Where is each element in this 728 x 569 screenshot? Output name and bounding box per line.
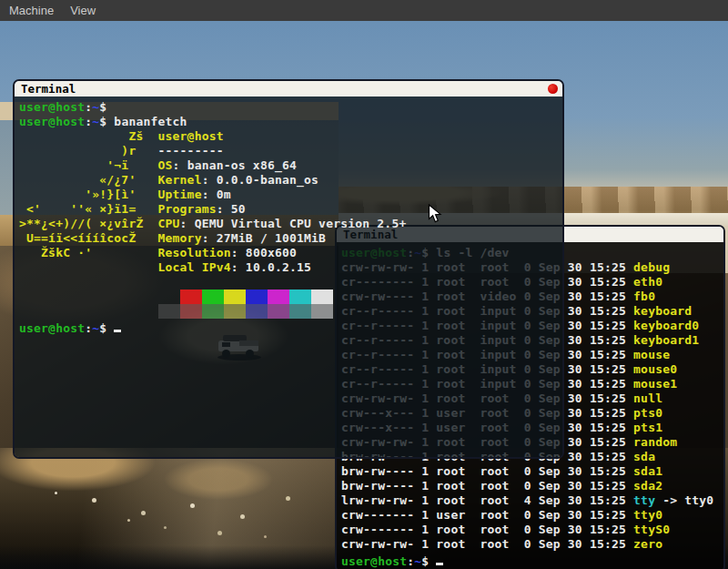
device-name: eth0 <box>633 275 662 289</box>
device-row: crw------- 1 user root 0 Sep 30 15:25 tt… <box>341 508 723 523</box>
palette-swatch <box>158 290 180 304</box>
desert-stones <box>55 492 57 494</box>
ascii-art <box>19 260 158 274</box>
fetch-line: Local IPv4: 10.0.2.15 <box>19 260 562 275</box>
palette-swatch <box>246 290 268 304</box>
device-name: pts0 <box>633 406 662 420</box>
mouse-cursor-icon <box>428 204 442 224</box>
menu-item-machine[interactable]: Machine <box>9 4 54 17</box>
fetch-line: '»!}[ì' Uptime: 0m <box>19 188 562 202</box>
device-name: mouse <box>633 348 670 361</box>
ascii-art: Zš <box>19 129 158 143</box>
fetch-value: : 800x600 <box>231 246 297 259</box>
device-name: mouse1 <box>633 377 677 391</box>
palette-swatch <box>180 290 202 304</box>
fetch-value: : banan-os x86_64 <box>173 158 297 172</box>
fetch-value: : 50 <box>217 202 246 216</box>
file-attributes: crw------- 1 root root 0 Sep 30 15:25 <box>341 523 633 536</box>
palette-swatch <box>268 290 289 304</box>
device-name: keyboard <box>633 304 692 318</box>
ascii-art: «/¿7' <box>19 173 158 187</box>
palette-swatch <box>224 304 246 319</box>
palette-swatch <box>289 290 311 304</box>
terminal1-titlebar[interactable]: Terminal <box>15 81 562 97</box>
device-name: mouse0 <box>633 362 677 376</box>
prompt-line: user@host:~$ <box>341 552 723 566</box>
device-row: crw------- 1 root root 0 Sep 30 15:25 tt… <box>341 523 723 537</box>
fetch-value: : 10.0.2.15 <box>231 260 311 274</box>
fetch-label: OS <box>158 158 173 172</box>
palette-swatch <box>311 290 333 304</box>
fetch-label: Programs <box>158 202 217 216</box>
device-name: fb0 <box>633 290 655 303</box>
device-name: sda <box>633 450 655 463</box>
fetch-title: user@host <box>158 129 224 143</box>
device-name: ttyS0 <box>633 523 670 536</box>
device-name: keyboard1 <box>633 333 699 347</box>
screen: { "menu": {"items": [{"label": "Machine"… <box>0 0 728 569</box>
file-attributes: brw-rw---- 1 root root 0 Sep 30 15:25 <box>341 464 633 478</box>
fetch-label: CPU <box>158 217 180 230</box>
fetch-label: Kernel <box>158 173 202 187</box>
palette-swatch <box>311 304 333 319</box>
symlink-target: -> tty0 <box>655 493 713 507</box>
device-row: crw-rw-rw- 1 root root 0 Sep 30 15:25 ze… <box>341 537 723 552</box>
device-row: lrw-rw-rw- 1 root root 4 Sep 30 15:25 tt… <box>341 493 723 508</box>
fetch-line: '¬ï OS: banan-os x86_64 <box>19 158 562 173</box>
prompt-line: user@host:~$ <box>19 100 562 115</box>
ascii-art: U==íï<<íííîcocŽ <box>19 231 158 245</box>
prompt-line: user@host:~$ bananfetch <box>19 115 562 129</box>
palette-swatch <box>158 304 180 319</box>
terminal1-title: Terminal <box>21 82 76 96</box>
palette-swatch <box>202 304 224 319</box>
prompt-user: user@host <box>19 321 85 335</box>
fetch-line: )r --------- <box>19 144 562 158</box>
file-attributes: crw-rw-rw- 1 root root 0 Sep 30 15:25 <box>341 537 633 551</box>
fetch-value: : 0.0.0-banan_os <box>202 173 318 187</box>
ascii-art: >**¿<+)//( ×¿vîrŽ <box>19 217 158 230</box>
fetch-label: Memory <box>158 231 202 245</box>
ascii-art: <' ''« ×}ï1= <box>19 202 158 216</box>
prompt-user: user@host <box>341 554 407 568</box>
fetch-label: Uptime <box>158 188 202 201</box>
text-cursor <box>114 319 121 332</box>
fetch-line: ŽškC ·' Resolution: 800x600 <box>19 246 562 260</box>
ascii-art: ŽškC ·' <box>19 246 158 259</box>
menu-item-view[interactable]: View <box>70 4 96 17</box>
palette-swatch <box>289 304 311 319</box>
fetch-value: : QEMU Virtual CPU version 2.5+ <box>180 217 407 230</box>
ascii-art: )r <box>19 144 158 157</box>
palette-swatch <box>246 304 268 319</box>
prompt-line: user@host:~$ <box>19 319 562 333</box>
device-name: tty <box>633 493 655 507</box>
fetch-value: : 0m <box>202 188 231 201</box>
file-attributes: brw-rw---- 1 root root 0 Sep 30 15:25 <box>341 479 633 493</box>
fetch-line: U==íï<<íííîcocŽ Memory: 27MiB / 1001MiB <box>19 231 562 246</box>
palette-swatch <box>202 290 224 304</box>
command-text: bananfetch <box>106 115 187 128</box>
close-button[interactable] <box>548 84 558 94</box>
device-row: brw-rw---- 1 root root 0 Sep 30 15:25 sd… <box>341 479 723 493</box>
fetch-line: «/¿7' Kernel: 0.0.0-banan_os <box>19 173 562 188</box>
blank-line <box>19 275 562 290</box>
device-name: sda1 <box>633 464 662 478</box>
fetch-line: <' ''« ×}ï1= Programs: 50 <box>19 202 562 217</box>
palette-swatch <box>268 304 289 319</box>
prompt-user: user@host <box>19 115 85 128</box>
text-cursor <box>436 552 443 565</box>
terminal-window-foreground: Terminal user@host:~$user@host:~$ bananf… <box>13 79 564 459</box>
device-name: sda2 <box>633 479 662 493</box>
prompt-user: user@host <box>19 100 85 114</box>
terminal1-output-area[interactable]: user@host:~$user@host:~$ bananfetch Zš u… <box>15 97 562 457</box>
fetch-line: Zš user@host <box>19 129 562 144</box>
palette-row <box>19 290 562 304</box>
palette-swatch <box>180 304 202 319</box>
palette-swatch <box>224 290 246 304</box>
device-name: keyboard0 <box>633 319 699 332</box>
ascii-art: '»!}[ì' <box>19 188 158 201</box>
palette-row <box>19 304 562 319</box>
fetch-label: Local IPv4 <box>158 260 231 274</box>
file-attributes: crw------- 1 user root 0 Sep 30 15:25 <box>341 508 633 522</box>
device-name: zero <box>633 537 662 551</box>
file-attributes: lrw-rw-rw- 1 root root 4 Sep 30 15:25 <box>341 493 633 507</box>
